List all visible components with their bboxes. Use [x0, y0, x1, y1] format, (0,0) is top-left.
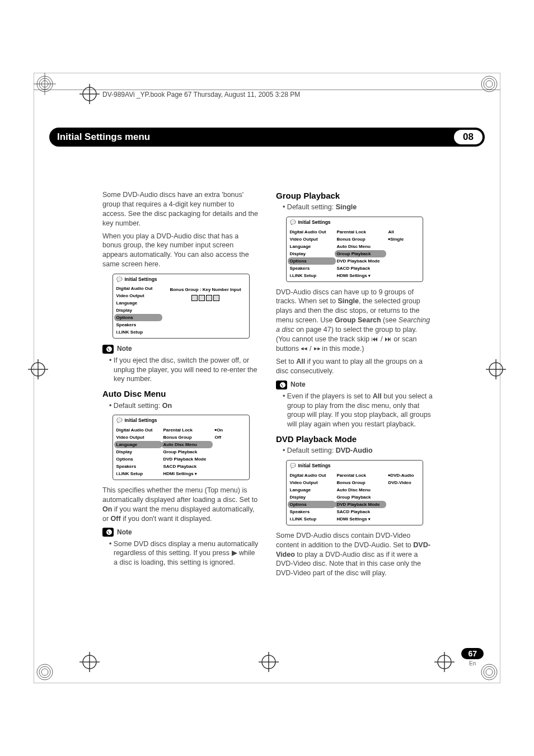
note-bullet: • Even if the players is set to All but …	[283, 392, 433, 430]
note-heading: Note	[102, 528, 259, 537]
settings-title: Initial Settings	[125, 417, 157, 424]
chapter-number-badge: 08	[454, 130, 483, 144]
settings-right-list: AllSingle	[386, 227, 423, 281]
svg-point-31	[486, 669, 493, 675]
svg-point-30	[484, 666, 495, 678]
register-mark-icon	[433, 651, 456, 673]
right-column: Group Playback • Default setting: Single…	[276, 190, 433, 581]
note-icon	[102, 345, 114, 354]
settings-left-list: Digital Audio OutVideo OutputLanguageDis…	[113, 284, 162, 338]
key-input-boxes	[191, 295, 219, 301]
section-heading-auto-disc-menu: Auto Disc Menu	[102, 388, 259, 400]
note-bullet: • Some DVD discs display a menu automati…	[109, 539, 259, 568]
register-mark-icon	[27, 358, 49, 381]
default-setting-line: • Default setting: Single	[283, 203, 433, 212]
note-bullet: • If you eject the disc, switch the powe…	[109, 356, 259, 384]
chapter-title: Initial Settings menu	[57, 132, 150, 143]
bonus-group-label: Bonus Group : Key Number Input	[162, 287, 249, 293]
svg-point-25	[486, 81, 493, 87]
body-text: When you play a DVD-Audio disc that has …	[102, 232, 259, 270]
note-icon	[276, 381, 287, 389]
note-label: Note	[291, 380, 306, 389]
section-heading-group-playback: Group Playback	[276, 190, 433, 201]
svg-point-28	[41, 669, 48, 675]
settings-screenshot-group-playback: 💬Initial Settings Digital Audio OutVideo…	[286, 217, 423, 281]
content-columns: Some DVD-Audio discs have an extra 'bonu…	[102, 190, 433, 581]
chat-icon: 💬	[290, 463, 296, 469]
register-mark-icon	[78, 651, 101, 673]
chat-icon: 💬	[290, 219, 296, 226]
note-label: Note	[117, 528, 132, 537]
section-heading-dvd-playback-mode: DVD Playback Mode	[276, 434, 433, 445]
settings-screenshot-dvd-playback-mode: 💬Initial Settings Digital Audio OutVideo…	[286, 460, 423, 525]
body-text: Some DVD-Audio discs have an extra 'bonu…	[102, 190, 259, 228]
note-heading: Note	[276, 380, 433, 389]
page-number: 67 En	[461, 648, 484, 666]
svg-point-24	[484, 78, 495, 90]
settings-screenshot-bonus-group: 💬Initial Settings Digital Audio OutVideo…	[113, 274, 250, 339]
svg-point-27	[39, 666, 50, 678]
note-label: Note	[117, 344, 132, 353]
chapter-title-bar: Initial Settings menu 08	[49, 128, 485, 147]
corner-mark-icon	[34, 73, 67, 106]
settings-title: Initial Settings	[298, 219, 331, 226]
settings-left-list: Digital Audio OutVideo OutputLanguageDis…	[113, 425, 162, 480]
default-setting-line: • Default setting: On	[109, 401, 259, 411]
settings-right-list: OnOff	[213, 425, 249, 480]
left-column: Some DVD-Audio discs have an extra 'bonu…	[102, 190, 259, 581]
register-mark-icon	[485, 358, 507, 381]
settings-mid-list: Parental LockBonus GroupAuto Disc MenuGr…	[162, 425, 213, 480]
settings-right-list: DVD-AudioDVD-Video	[386, 471, 423, 525]
settings-title: Initial Settings	[298, 463, 331, 469]
body-text: Some DVD-Audio discs contain DVD-Video c…	[276, 531, 433, 578]
chat-icon: 💬	[116, 276, 123, 283]
settings-mid-list: Parental LockBonus GroupAuto Disc MenuGr…	[336, 471, 386, 525]
settings-left-list: Digital Audio OutVideo OutputLanguageDis…	[287, 471, 336, 525]
settings-screenshot-auto-disc-menu: 💬Initial Settings Digital Audio OutVideo…	[113, 415, 250, 480]
header-rule	[34, 90, 500, 90]
register-mark-icon	[78, 83, 101, 105]
default-setting-line: • Default setting: DVD-Audio	[283, 446, 433, 456]
note-icon	[102, 528, 114, 537]
book-header: DV-989AVi _YP.book Page 67 Thursday, Aug…	[102, 91, 300, 98]
settings-left-list: Digital Audio OutVideo OutputLanguageDis…	[287, 227, 336, 281]
body-text: DVD-Audio discs can have up to 9 groups …	[276, 288, 433, 354]
page-lang: En	[461, 660, 484, 666]
settings-mid-list: Parental LockBonus GroupAuto Disc MenuGr…	[336, 227, 386, 281]
corner-mark-icon	[34, 650, 67, 683]
body-text: This specifies whether the menu (Top men…	[102, 486, 259, 524]
page-number-pill: 67	[461, 648, 484, 659]
chat-icon: 💬	[116, 417, 123, 424]
corner-mark-icon	[467, 73, 500, 106]
body-text: Set to All if you want to play all the g…	[276, 357, 433, 376]
settings-title: Initial Settings	[125, 276, 157, 283]
note-heading: Note	[102, 344, 259, 353]
register-mark-icon	[257, 651, 280, 673]
